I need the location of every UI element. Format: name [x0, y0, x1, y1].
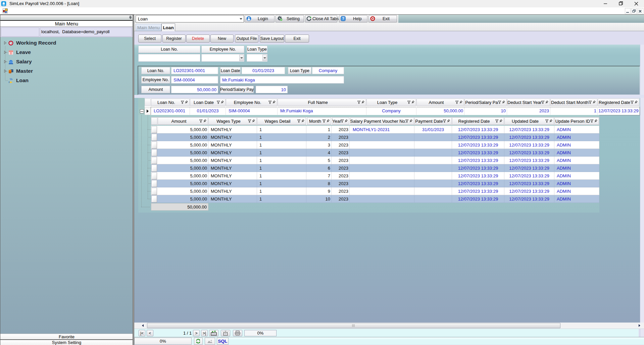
svg-text:%: %	[9, 78, 13, 81]
svg-text:?: ?	[342, 16, 344, 20]
